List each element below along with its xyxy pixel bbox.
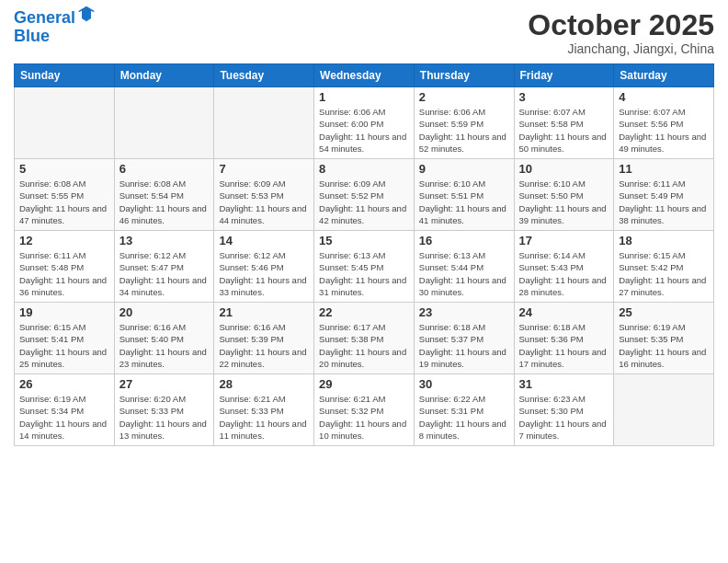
calendar-cell: 1Sunrise: 6:06 AM Sunset: 6:00 PM Daylig…: [314, 87, 415, 159]
weekday-header-wednesday: Wednesday: [314, 64, 415, 87]
calendar-cell: 9Sunrise: 6:10 AM Sunset: 5:51 PM Daylig…: [414, 159, 514, 231]
calendar-cell: 17Sunrise: 6:14 AM Sunset: 5:43 PM Dayli…: [514, 231, 614, 303]
calendar-cell: 28Sunrise: 6:21 AM Sunset: 5:33 PM Dayli…: [214, 374, 314, 446]
page: General Blue October 2025 Jianchang, Jia…: [0, 0, 728, 563]
calendar-cell: 4Sunrise: 6:07 AM Sunset: 5:56 PM Daylig…: [614, 87, 714, 159]
day-info: Sunrise: 6:15 AM Sunset: 5:41 PM Dayligh…: [19, 321, 109, 370]
calendar-cell: [214, 87, 314, 159]
calendar-cell: 10Sunrise: 6:10 AM Sunset: 5:50 PM Dayli…: [514, 159, 614, 231]
calendar-cell: 14Sunrise: 6:12 AM Sunset: 5:46 PM Dayli…: [214, 231, 314, 303]
day-info: Sunrise: 6:19 AM Sunset: 5:35 PM Dayligh…: [619, 321, 709, 370]
day-info: Sunrise: 6:12 AM Sunset: 5:46 PM Dayligh…: [219, 249, 309, 298]
calendar-cell: 8Sunrise: 6:09 AM Sunset: 5:52 PM Daylig…: [314, 159, 415, 231]
logo: General Blue: [14, 9, 96, 46]
calendar-cell: 24Sunrise: 6:18 AM Sunset: 5:36 PM Dayli…: [514, 303, 614, 374]
weekday-header-saturday: Saturday: [614, 64, 714, 87]
calendar-cell: 20Sunrise: 6:16 AM Sunset: 5:40 PM Dayli…: [114, 303, 214, 374]
week-row-3: 12Sunrise: 6:11 AM Sunset: 5:48 PM Dayli…: [15, 231, 714, 303]
day-number: 18: [619, 234, 709, 247]
day-number: 11: [619, 162, 709, 176]
day-info: Sunrise: 6:16 AM Sunset: 5:39 PM Dayligh…: [219, 321, 309, 370]
calendar-cell: 15Sunrise: 6:13 AM Sunset: 5:45 PM Dayli…: [314, 231, 415, 303]
day-number: 20: [119, 305, 210, 319]
calendar-cell: 12Sunrise: 6:11 AM Sunset: 5:48 PM Dayli…: [15, 231, 115, 303]
logo-text-blue: Blue: [14, 28, 96, 46]
day-info: Sunrise: 6:11 AM Sunset: 5:49 PM Dayligh…: [619, 178, 709, 226]
day-number: 12: [19, 234, 109, 247]
calendar-cell: 23Sunrise: 6:18 AM Sunset: 5:37 PM Dayli…: [414, 303, 514, 374]
day-info: Sunrise: 6:21 AM Sunset: 5:32 PM Dayligh…: [319, 393, 409, 442]
day-number: 29: [319, 377, 409, 391]
calendar-title: October 2025: [528, 9, 714, 41]
calendar-cell: 3Sunrise: 6:07 AM Sunset: 5:58 PM Daylig…: [514, 87, 614, 159]
weekday-header-tuesday: Tuesday: [214, 64, 314, 87]
calendar-cell: 6Sunrise: 6:08 AM Sunset: 5:54 PM Daylig…: [114, 159, 214, 231]
day-info: Sunrise: 6:07 AM Sunset: 5:56 PM Dayligh…: [619, 106, 709, 155]
day-number: 15: [319, 234, 409, 247]
day-info: Sunrise: 6:20 AM Sunset: 5:33 PM Dayligh…: [119, 393, 210, 442]
day-number: 6: [119, 162, 210, 176]
calendar-cell: 11Sunrise: 6:11 AM Sunset: 5:49 PM Dayli…: [614, 159, 714, 231]
day-info: Sunrise: 6:18 AM Sunset: 5:37 PM Dayligh…: [419, 321, 509, 370]
calendar-cell: 29Sunrise: 6:21 AM Sunset: 5:32 PM Dayli…: [314, 374, 415, 446]
day-info: Sunrise: 6:13 AM Sunset: 5:45 PM Dayligh…: [319, 249, 409, 298]
day-info: Sunrise: 6:10 AM Sunset: 5:50 PM Dayligh…: [519, 178, 609, 226]
day-info: Sunrise: 6:22 AM Sunset: 5:31 PM Dayligh…: [419, 393, 509, 442]
day-info: Sunrise: 6:09 AM Sunset: 5:52 PM Dayligh…: [319, 178, 409, 226]
weekday-header-row: SundayMondayTuesdayWednesdayThursdayFrid…: [15, 64, 714, 87]
day-info: Sunrise: 6:08 AM Sunset: 5:55 PM Dayligh…: [19, 178, 109, 226]
day-number: 27: [119, 377, 210, 391]
calendar-cell: 18Sunrise: 6:15 AM Sunset: 5:42 PM Dayli…: [614, 231, 714, 303]
day-info: Sunrise: 6:23 AM Sunset: 5:30 PM Dayligh…: [519, 393, 609, 442]
calendar-cell: [614, 374, 714, 446]
day-info: Sunrise: 6:19 AM Sunset: 5:34 PM Dayligh…: [19, 393, 109, 442]
day-number: 22: [319, 305, 409, 319]
day-number: 16: [419, 234, 509, 247]
weekday-header-friday: Friday: [514, 64, 614, 87]
calendar-cell: [15, 87, 115, 159]
week-row-4: 19Sunrise: 6:15 AM Sunset: 5:41 PM Dayli…: [15, 303, 714, 374]
weekday-header-sunday: Sunday: [15, 64, 115, 87]
day-info: Sunrise: 6:14 AM Sunset: 5:43 PM Dayligh…: [519, 249, 609, 298]
day-number: 21: [219, 305, 309, 319]
title-block: October 2025 Jianchang, Jiangxi, China: [528, 9, 714, 56]
week-row-5: 26Sunrise: 6:19 AM Sunset: 5:34 PM Dayli…: [15, 374, 714, 446]
day-number: 5: [19, 162, 109, 176]
day-info: Sunrise: 6:09 AM Sunset: 5:53 PM Dayligh…: [219, 178, 309, 226]
day-number: 19: [19, 305, 109, 319]
day-number: 31: [519, 377, 609, 391]
week-row-2: 5Sunrise: 6:08 AM Sunset: 5:55 PM Daylig…: [15, 159, 714, 231]
calendar-cell: 30Sunrise: 6:22 AM Sunset: 5:31 PM Dayli…: [414, 374, 514, 446]
day-number: 2: [419, 90, 509, 104]
day-number: 8: [319, 162, 409, 176]
weekday-header-monday: Monday: [114, 64, 214, 87]
calendar-cell: 31Sunrise: 6:23 AM Sunset: 5:30 PM Dayli…: [514, 374, 614, 446]
day-number: 25: [619, 305, 709, 319]
day-info: Sunrise: 6:08 AM Sunset: 5:54 PM Dayligh…: [119, 178, 210, 226]
day-number: 7: [219, 162, 309, 176]
day-info: Sunrise: 6:21 AM Sunset: 5:33 PM Dayligh…: [219, 393, 309, 442]
calendar-cell: 27Sunrise: 6:20 AM Sunset: 5:33 PM Dayli…: [114, 374, 214, 446]
day-info: Sunrise: 6:07 AM Sunset: 5:58 PM Dayligh…: [519, 106, 609, 155]
day-info: Sunrise: 6:15 AM Sunset: 5:42 PM Dayligh…: [619, 249, 709, 298]
day-number: 1: [319, 90, 409, 104]
day-number: 28: [219, 377, 309, 391]
day-info: Sunrise: 6:18 AM Sunset: 5:36 PM Dayligh…: [519, 321, 609, 370]
day-number: 23: [419, 305, 509, 319]
calendar-cell: 21Sunrise: 6:16 AM Sunset: 5:39 PM Dayli…: [214, 303, 314, 374]
calendar-table: SundayMondayTuesdayWednesdayThursdayFrid…: [14, 63, 714, 446]
weekday-header-thursday: Thursday: [414, 64, 514, 87]
day-info: Sunrise: 6:10 AM Sunset: 5:51 PM Dayligh…: [419, 178, 509, 226]
day-number: 9: [419, 162, 509, 176]
calendar-cell: 13Sunrise: 6:12 AM Sunset: 5:47 PM Dayli…: [114, 231, 214, 303]
calendar-cell: 26Sunrise: 6:19 AM Sunset: 5:34 PM Dayli…: [15, 374, 115, 446]
calendar-cell: 22Sunrise: 6:17 AM Sunset: 5:38 PM Dayli…: [314, 303, 415, 374]
day-number: 30: [419, 377, 509, 391]
day-number: 24: [519, 305, 609, 319]
calendar-subtitle: Jianchang, Jiangxi, China: [528, 41, 714, 56]
day-info: Sunrise: 6:11 AM Sunset: 5:48 PM Dayligh…: [19, 249, 109, 298]
day-number: 17: [519, 234, 609, 247]
day-info: Sunrise: 6:06 AM Sunset: 6:00 PM Dayligh…: [319, 106, 409, 155]
day-number: 3: [519, 90, 609, 104]
logo-icon: [77, 5, 96, 23]
